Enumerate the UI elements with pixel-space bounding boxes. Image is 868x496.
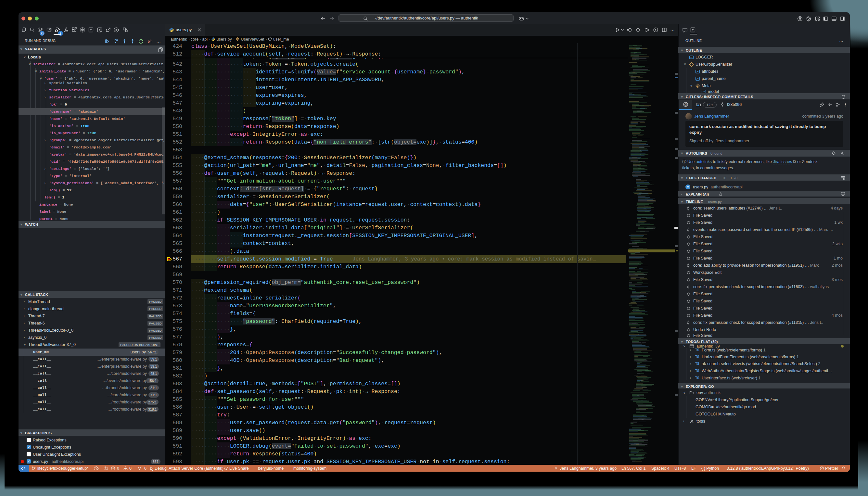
svg-text:@: @ [684,103,687,106]
